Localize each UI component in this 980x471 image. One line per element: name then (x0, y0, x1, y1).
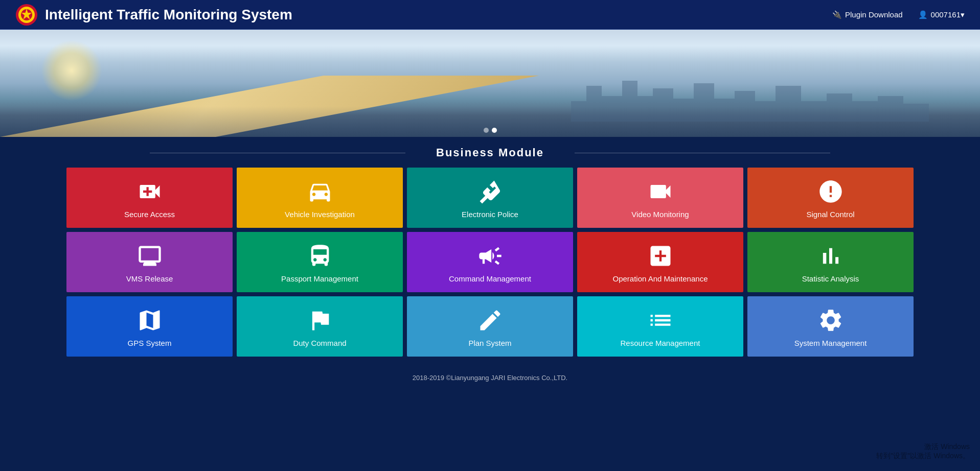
header: Intelligent Traffic Monitoring System 🔌 … (0, 0, 980, 30)
module-resource-management-label: Resource Management (621, 339, 700, 347)
map-icon (136, 307, 163, 334)
section-line-right (575, 153, 830, 153)
watermark-line2: 转到"设置"以激活 Windows。 (876, 452, 970, 461)
user-icon: 👤 (918, 10, 928, 19)
windows-watermark: 激活 Windows 转到"设置"以激活 Windows。 (876, 442, 970, 461)
module-secure-access[interactable]: Secure Access (66, 168, 233, 228)
module-passport-management-label: Passport Management (281, 274, 358, 283)
module-operation-maintenance-label: Operation And Maintenance (613, 274, 708, 283)
banner-dot-2[interactable] (492, 128, 497, 133)
alert-icon (817, 178, 844, 205)
module-signal-control-label: Signal Control (806, 210, 854, 219)
section-title: Business Module (436, 146, 544, 159)
module-electronic-police[interactable]: Electronic Police (407, 168, 573, 228)
banner-image (0, 30, 980, 137)
module-secure-access-label: Secure Access (124, 210, 175, 219)
module-electronic-police-label: Electronic Police (462, 210, 518, 219)
module-vms-release-label: VMS Release (126, 274, 173, 283)
banner (0, 30, 980, 137)
module-passport-management[interactable]: Passport Management (237, 232, 403, 292)
module-plan-system-label: Plan System (468, 339, 511, 347)
flag-icon (307, 307, 333, 334)
section-line-left (150, 153, 405, 153)
camera-icon (136, 178, 163, 205)
module-system-management-label: System Management (794, 339, 867, 347)
module-statistic-analysis-label: Statistic Analysis (802, 274, 859, 283)
module-vms-release[interactable]: VMS Release (66, 232, 233, 292)
module-command-management[interactable]: Command Management (407, 232, 573, 292)
plus-icon (647, 243, 674, 269)
watermark-line1: 激活 Windows (876, 442, 970, 452)
module-gps-system-label: GPS System (128, 339, 172, 347)
car-icon (307, 178, 333, 205)
app-title: Intelligent Traffic Monitoring System (45, 7, 832, 23)
module-resource-management[interactable]: Resource Management (577, 296, 743, 357)
megaphone-icon (477, 243, 504, 269)
gear-icon (817, 307, 844, 334)
banner-dot-1[interactable] (484, 128, 489, 133)
module-statistic-analysis[interactable]: Statistic Analysis (747, 232, 914, 292)
bus-icon (307, 243, 333, 269)
bar-chart-icon (817, 243, 844, 269)
header-actions: 🔌 Plugin Download 👤 0007161▾ (832, 10, 965, 19)
footer-text: 2018-2019 ©Lianyungang JARI Electronics … (413, 374, 567, 382)
edit-icon (477, 307, 504, 334)
logo (15, 4, 38, 26)
section-title-container: Business Module (0, 137, 980, 168)
hammer-icon (477, 178, 504, 205)
module-system-management[interactable]: System Management (747, 296, 914, 357)
module-vehicle-investigation-label: Vehicle Investigation (285, 210, 355, 219)
plugin-download-link[interactable]: 🔌 Plugin Download (832, 10, 903, 19)
module-duty-command[interactable]: Duty Command (237, 296, 403, 357)
footer: 2018-2019 ©Lianyungang JARI Electronics … (0, 367, 980, 387)
module-signal-control[interactable]: Signal Control (747, 168, 914, 228)
banner-dots (484, 128, 497, 133)
module-duty-command-label: Duty Command (293, 339, 346, 347)
module-grid: Secure Access Vehicle Investigation Elec… (0, 168, 980, 367)
module-operation-maintenance[interactable]: Operation And Maintenance (577, 232, 743, 292)
list-icon (647, 307, 674, 334)
module-gps-system[interactable]: GPS System (66, 296, 233, 357)
module-command-management-label: Command Management (449, 274, 531, 283)
module-plan-system[interactable]: Plan System (407, 296, 573, 357)
module-video-monitoring[interactable]: Video Monitoring (577, 168, 743, 228)
module-vehicle-investigation[interactable]: Vehicle Investigation (237, 168, 403, 228)
monitor-icon (136, 243, 163, 269)
plugin-icon: 🔌 (832, 10, 842, 19)
user-menu[interactable]: 👤 0007161▾ (918, 10, 965, 19)
module-video-monitoring-label: Video Monitoring (631, 210, 689, 219)
video-camera-icon (647, 178, 674, 205)
